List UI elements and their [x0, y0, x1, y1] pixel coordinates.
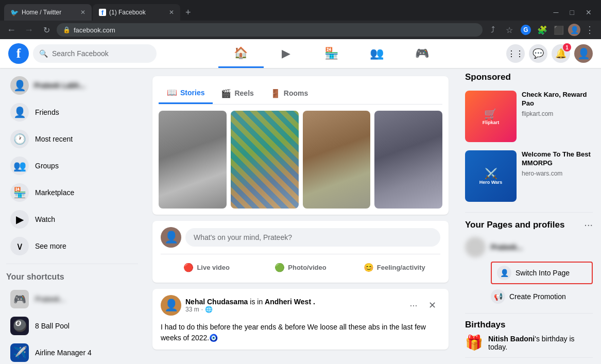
back-button[interactable]: ←	[4, 23, 19, 37]
create-promotion-button[interactable]: 📢 Create Promotion	[491, 286, 593, 307]
profile-avatar-chrome[interactable]: 👤	[568, 24, 580, 36]
post-time-unit: ·	[201, 306, 203, 313]
cast-button[interactable]: ⬛	[552, 23, 566, 37]
fb-header: f 🔍 Search Facebook 🏠 ▶ 🏪 👥 🎮 ⋮⋮ 💬 🔔 1 👤	[0, 39, 601, 68]
chrome-menu-button[interactable]: ⋮	[582, 23, 597, 37]
birthday-person-name: Nitish Badoni	[488, 335, 535, 343]
page-avatar	[465, 237, 486, 257]
nav-gaming[interactable]: 🎮	[400, 39, 445, 68]
google-account-button[interactable]: G	[519, 23, 533, 37]
search-placeholder: Search Facebook	[52, 49, 109, 58]
herowars-ad-image: ⚔️ Hero Wars	[465, 150, 517, 202]
share-button[interactable]: ⤴	[486, 23, 500, 37]
feeling-button[interactable]: 😊 Feeling/activity	[349, 258, 440, 276]
post-close-button[interactable]: ✕	[424, 297, 440, 314]
tab-twitter[interactable]: 🐦 Home / Twitter ✕	[4, 4, 92, 21]
address-bar[interactable]: 🔒 facebook.com	[57, 23, 483, 37]
sponsored-title: Sponsored	[465, 72, 593, 82]
right-divider-3	[465, 357, 593, 358]
extensions-button[interactable]: 🧩	[535, 23, 550, 37]
shortcut-airline-label: Airline Manager 4	[35, 349, 92, 357]
sidebar-item-see-more[interactable]: ∨ See more	[4, 233, 140, 259]
notifications-button[interactable]: 🔔 1	[552, 44, 570, 63]
tab-facebook[interactable]: f (1) Facebook ✕	[93, 4, 180, 21]
sidebar-username: Prateek Labh...	[34, 81, 85, 90]
photo-video-icon: 🟢	[274, 263, 285, 272]
fb-search-box[interactable]: 🔍 Search Facebook	[33, 44, 157, 63]
post-options-container: ··· ✕	[405, 297, 440, 314]
shortcut-item-8ball[interactable]: 🎱 8 Ball Pool	[4, 313, 140, 339]
pages-section: Your Pages and profiles ··· Prateek... 👤…	[465, 219, 593, 307]
nav-home[interactable]: 🏠	[218, 39, 264, 68]
messenger-button[interactable]: 💬	[529, 44, 547, 63]
tab-twitter-close[interactable]: ✕	[80, 9, 85, 16]
photo-video-label: Photo/video	[288, 264, 326, 271]
facebook-app: f 🔍 Search Facebook 🏠 ▶ 🏪 👥 🎮 ⋮⋮ 💬 🔔 1 👤	[0, 39, 601, 364]
fb-logo[interactable]: f	[8, 43, 29, 64]
sidebar-user-item[interactable]: 👤 Prateek Labh...	[4, 72, 140, 99]
switch-into-page-button[interactable]: 👤 Switch Into Page	[491, 262, 593, 284]
reels-tab-label: Reels	[234, 89, 253, 97]
post-header: 👤 Nehal Chudasama is in Andheri West . 3…	[152, 289, 449, 322]
stories-icon: 📖	[167, 88, 177, 97]
page-item: Prateek...	[465, 235, 593, 259]
sidebar-item-friends[interactable]: 👤 Friends	[4, 99, 140, 126]
most-recent-icon: 🕐	[10, 130, 29, 148]
profile-avatar[interactable]: 👤	[574, 44, 593, 63]
create-promotion-icon: 📢	[491, 289, 505, 304]
bookmark-button[interactable]: ☆	[502, 23, 517, 37]
post-author-name: Nehal Chudasama	[185, 298, 248, 306]
new-tab-button[interactable]: +	[181, 4, 195, 21]
story-item-4[interactable]	[374, 111, 442, 209]
right-divider-1	[465, 212, 593, 213]
tab-rooms[interactable]: 🚪 Rooms	[262, 82, 316, 104]
maximize-button[interactable]: □	[565, 6, 579, 19]
nav-marketplace[interactable]: 🏪	[309, 39, 354, 68]
tab-stories[interactable]: 📖 Stories	[159, 82, 213, 104]
switch-into-page-container: 👤 Switch Into Page 📢 Create Promotion	[465, 262, 593, 307]
stories-tab-label: Stories	[180, 89, 204, 97]
shortcut-8ball-label: 8 Ball Pool	[35, 322, 70, 330]
forward-button[interactable]: →	[22, 23, 36, 37]
post-avatar[interactable]: 👤	[161, 295, 181, 316]
left-sidebar: 👤 Prateek Labh... 👤 Friends 🕐 Most recen…	[0, 68, 144, 364]
tab-facebook-close[interactable]: ✕	[169, 9, 174, 16]
story-item-2[interactable]	[231, 111, 299, 209]
reload-button[interactable]: ↻	[39, 23, 54, 37]
sidebar-item-most-recent[interactable]: 🕐 Most recent	[4, 126, 140, 152]
shortcut-item-airline[interactable]: ✈️ Airline Manager 4	[4, 339, 140, 364]
post-location-name: Andheri West	[265, 298, 311, 306]
rooms-icon: 🚪	[270, 89, 281, 98]
pages-title: Your Pages and profiles	[465, 220, 564, 230]
sidebar-item-marketplace[interactable]: 🏪 Marketplace	[4, 179, 140, 206]
see-more-icon: ∨	[10, 237, 29, 255]
pages-more-button[interactable]: ···	[584, 219, 593, 231]
shortcut-1-label: Prateek...	[35, 295, 66, 303]
live-video-icon: 🔴	[183, 263, 194, 272]
birthday-icon: 🎁	[465, 334, 483, 351]
nav-groups[interactable]: 👥	[354, 39, 400, 68]
live-video-button[interactable]: 🔴 Live video	[161, 258, 252, 276]
shortcut-item-1[interactable]: 🎮 Prateek...	[4, 286, 140, 313]
story-item-1[interactable]	[159, 111, 227, 209]
post-more-button[interactable]: ···	[405, 297, 422, 314]
ad-flipkart[interactable]: 🛒 Flipkart Check Karo, Reward Pao flipka…	[465, 86, 593, 146]
flipkart-ad-image: 🛒 Flipkart	[465, 91, 517, 142]
close-button[interactable]: ✕	[580, 6, 597, 19]
tab-facebook-title: (1) Facebook	[109, 9, 166, 16]
center-feed: 📖 Stories 🎬 Reels 🚪 Rooms	[144, 68, 457, 364]
tab-reels[interactable]: 🎬 Reels	[213, 82, 262, 104]
sidebar-item-groups[interactable]: 👥 Groups	[4, 152, 140, 179]
flipkart-ad-title: Check Karo, Reward Pao	[522, 91, 593, 108]
page-name: Prateek...	[491, 243, 523, 251]
grid-button[interactable]: ⋮⋮	[506, 44, 525, 63]
sidebar-item-watch[interactable]: ▶ Watch	[4, 206, 140, 233]
story-item-3[interactable]	[303, 111, 371, 209]
create-post-input[interactable]: What's on your mind, Prateek?	[185, 228, 440, 247]
minimize-button[interactable]: ─	[548, 6, 564, 19]
nav-watch[interactable]: ▶	[264, 39, 309, 68]
herowars-ad-url: hero-wars.com	[522, 170, 593, 177]
ad-herowars[interactable]: ⚔️ Hero Wars Welcome To The Best MMORPG …	[465, 146, 593, 206]
photo-video-button[interactable]: 🟢 Photo/video	[254, 258, 346, 276]
feeling-icon: 😊	[364, 263, 374, 272]
